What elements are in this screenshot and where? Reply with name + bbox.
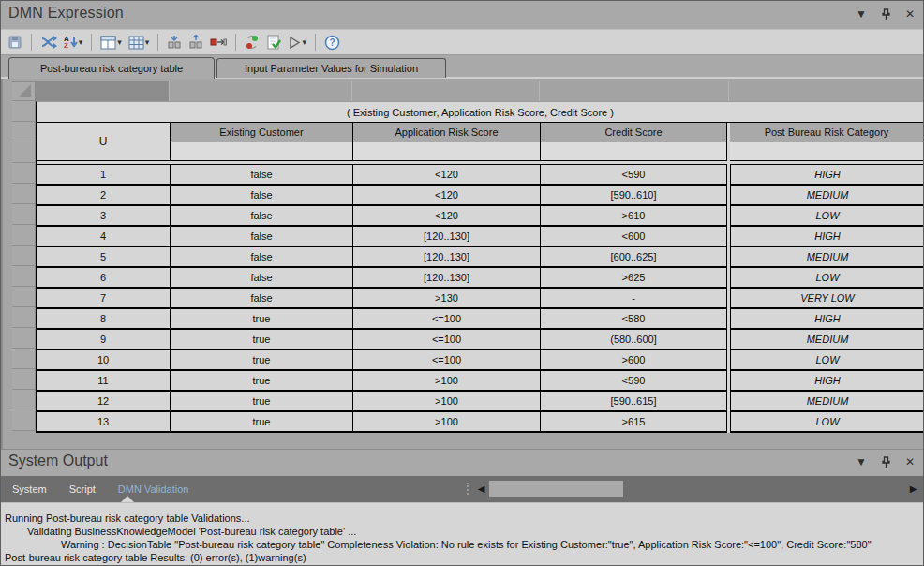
table-grid-icon[interactable]: ▾	[127, 35, 151, 51]
output-tab-system[interactable]: System	[1, 476, 58, 502]
rule-output-cell[interactable]: HIGH	[730, 227, 924, 247]
split-cells-icon[interactable]	[187, 34, 204, 51]
merge-cells-icon[interactable]	[166, 34, 183, 51]
rule-input-cell[interactable]: true	[171, 309, 353, 330]
column-header-application-risk-score[interactable]: Application Risk Score	[353, 123, 541, 142]
save-icon[interactable]	[7, 34, 23, 51]
rule-output-cell[interactable]: MEDIUM	[730, 330, 924, 350]
rule-number-cell[interactable]: 13	[37, 412, 171, 433]
shuffle-rules-icon[interactable]	[39, 35, 58, 50]
close-icon[interactable]: ✕	[902, 7, 917, 22]
hit-policy-cell[interactable]: U	[37, 123, 171, 161]
rule-input-cell[interactable]: true	[171, 412, 353, 433]
rule-output-cell[interactable]: LOW	[730, 412, 924, 433]
rule-input-cell[interactable]: >615	[541, 412, 727, 433]
sheet-header-cell[interactable]	[36, 81, 170, 101]
row-selector[interactable]	[12, 225, 36, 246]
rule-input-cell[interactable]: false	[171, 268, 353, 289]
rule-input-cell[interactable]: <120	[353, 165, 541, 186]
rule-input-cell[interactable]: [590..615]	[541, 392, 727, 412]
rule-number-cell[interactable]: 11	[37, 371, 171, 392]
rule-output-cell[interactable]: HIGH	[730, 165, 924, 186]
rule-input-cell[interactable]: <120	[353, 206, 541, 227]
close-icon[interactable]: ✕	[902, 454, 917, 469]
rule-input-cell[interactable]: false	[171, 165, 353, 186]
row-selector[interactable]	[12, 307, 36, 328]
rule-input-cell[interactable]: <120	[353, 186, 541, 206]
rule-number-cell[interactable]: 3	[37, 206, 171, 227]
expression-subheader-cell[interactable]	[353, 142, 541, 161]
rule-input-cell[interactable]: false	[171, 247, 353, 268]
rule-input-cell[interactable]: false	[171, 227, 353, 247]
scrollbar-grip[interactable]	[467, 483, 469, 495]
rule-number-cell[interactable]: 6	[37, 268, 171, 289]
append-rule-icon[interactable]	[209, 36, 228, 49]
row-selector[interactable]	[12, 328, 36, 349]
row-selector[interactable]	[12, 390, 36, 410]
sheet-header-cell[interactable]	[729, 81, 924, 101]
row-selector[interactable]	[12, 287, 36, 307]
sheet-header-cell[interactable]	[352, 81, 540, 101]
rule-output-cell[interactable]: MEDIUM	[730, 392, 924, 412]
rule-input-cell[interactable]: [590..610]	[541, 186, 727, 206]
rule-input-cell[interactable]: (580..600]	[541, 330, 727, 350]
pin-icon[interactable]	[878, 454, 893, 469]
rule-number-cell[interactable]: 1	[37, 165, 171, 186]
rule-input-cell[interactable]: <590	[541, 371, 727, 392]
rule-input-cell[interactable]: [120..130]	[353, 268, 541, 289]
rule-input-cell[interactable]: false	[171, 289, 353, 309]
sheet-header-cell[interactable]	[540, 81, 729, 101]
rule-input-cell[interactable]: -	[541, 289, 727, 309]
rule-output-cell[interactable]: LOW	[730, 206, 924, 227]
rule-output-cell[interactable]: MEDIUM	[730, 247, 924, 268]
rule-input-cell[interactable]: >100	[353, 392, 541, 412]
rule-output-cell[interactable]: MEDIUM	[730, 186, 924, 206]
row-selector[interactable]	[12, 369, 36, 390]
column-header-credit-score[interactable]: Credit Score	[541, 123, 727, 142]
rule-output-cell[interactable]: VERY LOW	[730, 289, 924, 309]
scroll-right-icon[interactable]: ▶	[906, 480, 920, 498]
expression-subheader-cell[interactable]	[730, 142, 924, 161]
rule-input-cell[interactable]: true	[171, 371, 353, 392]
sort-az-icon[interactable]: AZ ▾	[63, 35, 83, 51]
row-selector[interactable]	[12, 410, 36, 431]
run-caret-icon[interactable]: ▾	[302, 37, 306, 47]
table-style-caret-icon[interactable]: ▾	[117, 37, 122, 47]
sheet-header-cell[interactable]	[170, 81, 352, 101]
scroll-left-icon[interactable]: ◀	[474, 480, 488, 498]
row-selector[interactable]	[12, 122, 36, 142]
rule-input-cell[interactable]: >100	[353, 412, 541, 433]
sort-caret-icon[interactable]: ▾	[79, 37, 83, 47]
expression-subheader-cell[interactable]	[171, 142, 353, 161]
rule-input-cell[interactable]: <=100	[353, 330, 541, 350]
table-style-icon[interactable]: ▾	[99, 35, 123, 51]
tab-input-parameter-values-for-simulation[interactable]: Input Parameter Values for Simulation	[216, 58, 446, 78]
simulate-icon[interactable]	[244, 34, 261, 51]
output-tab-script[interactable]: Script	[58, 476, 107, 502]
row-selector[interactable]	[12, 266, 36, 287]
menu-dropdown-icon[interactable]: ▼	[854, 454, 869, 469]
rule-number-cell[interactable]: 4	[37, 227, 171, 247]
rule-number-cell[interactable]: 10	[37, 350, 171, 371]
rule-input-cell[interactable]: <590	[541, 165, 727, 186]
rule-input-cell[interactable]: >100	[353, 371, 541, 392]
rule-number-cell[interactable]: 8	[37, 309, 171, 330]
rule-input-cell[interactable]: <580	[541, 309, 727, 330]
rule-input-cell[interactable]: true	[171, 392, 353, 412]
table-grid-caret-icon[interactable]: ▾	[145, 37, 150, 47]
row-selector[interactable]	[12, 184, 36, 204]
row-selector[interactable]	[12, 246, 36, 266]
rule-input-cell[interactable]: false	[171, 206, 353, 227]
rule-output-cell[interactable]: LOW	[730, 268, 924, 289]
tab-post-bureau-risk-category-table[interactable]: Post-bureau risk category table	[8, 57, 215, 79]
rule-output-cell[interactable]: LOW	[730, 350, 924, 371]
column-header-existing-customer[interactable]: Existing Customer	[171, 123, 353, 142]
rule-output-cell[interactable]: HIGH	[730, 309, 924, 330]
validate-icon[interactable]	[265, 34, 282, 51]
menu-dropdown-icon[interactable]: ▼	[854, 7, 869, 22]
expression-subheader-cell[interactable]	[541, 142, 727, 161]
rule-number-cell[interactable]: 9	[37, 330, 171, 350]
rule-output-cell[interactable]: HIGH	[730, 371, 924, 392]
help-icon[interactable]: ?	[323, 34, 341, 52]
rule-input-cell[interactable]: <=100	[353, 309, 541, 330]
